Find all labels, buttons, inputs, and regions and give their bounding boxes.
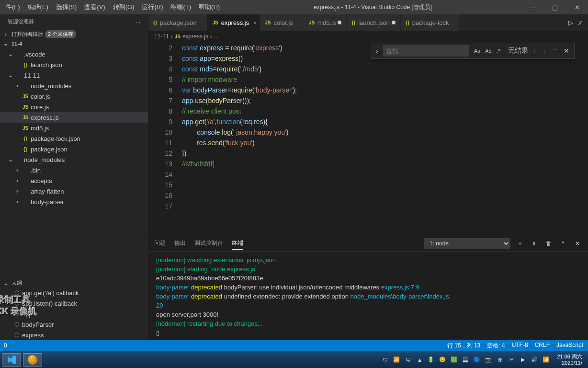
chevron-icon: › — [13, 167, 21, 173]
tree-item[interactable]: JScolor.js — [0, 91, 148, 102]
tree-item[interactable]: ›body-parser — [0, 196, 148, 207]
chevron-down-icon[interactable]: ⌄ — [2, 40, 10, 47]
breadcrumb-file[interactable]: express.js — [182, 33, 208, 40]
js-icon: JS — [21, 94, 30, 99]
editor-tab[interactable]: JScolor.js — [260, 14, 304, 31]
tray-icon[interactable]: 📶 — [392, 356, 401, 363]
app-taskbar-icon[interactable]: 😊 — [23, 353, 42, 367]
tray-icon[interactable]: 🛡 — [381, 357, 389, 363]
editor-tabs: {}package.jsonJSexpress.js×JScolor.jsJSm… — [148, 14, 588, 31]
outline-item[interactable]: ⬡express — [0, 330, 148, 340]
chevron-down-icon[interactable]: ⌄ — [2, 280, 10, 287]
breadcrumb-folder[interactable]: 11-11 — [154, 33, 169, 40]
find-input[interactable] — [383, 45, 469, 57]
more-icon[interactable]: ··· — [136, 19, 140, 25]
tree-item[interactable]: {}package.json — [0, 144, 148, 154]
tree-item[interactable]: JSexpress.js — [0, 112, 148, 123]
tree-item[interactable]: ›array-flatten — [0, 186, 148, 196]
tree-item[interactable]: ⌄node_modules — [0, 154, 148, 165]
menu-item[interactable]: 终端(T) — [167, 0, 195, 14]
panel-tab[interactable]: 终端 — [232, 237, 243, 250]
find-next-icon[interactable]: ↓ — [541, 47, 548, 55]
status-item[interactable]: 行 15，列 13 — [447, 342, 480, 350]
status-item[interactable]: CRLF — [535, 342, 550, 350]
status-item[interactable]: JavaScript — [556, 342, 583, 350]
tree-item[interactable]: JSmd5.js — [0, 123, 148, 133]
menu-item[interactable]: 运行(R) — [138, 0, 167, 14]
tray-icon[interactable]: 🔵 — [473, 356, 481, 363]
close-button[interactable]: ✕ — [566, 0, 588, 14]
tray-icon[interactable]: 📷 — [484, 356, 493, 363]
find-expand-icon[interactable]: › — [374, 45, 380, 57]
js-icon: JS — [21, 126, 30, 131]
minimap[interactable] — [578, 42, 588, 235]
root-folder[interactable]: 11-4 — [11, 41, 22, 46]
editor-tab[interactable]: {}package-lock — [401, 14, 460, 31]
menu-item[interactable]: 件(F) — [2, 0, 24, 14]
tray-icon[interactable]: 🟩 — [450, 356, 458, 363]
find-option[interactable]: Aa — [472, 47, 482, 55]
chevron-right-icon[interactable]: › — [2, 31, 10, 38]
code-editor[interactable]: 234567891011121314151617 const express =… — [148, 42, 588, 235]
editor-tab[interactable]: JSexpress.js× — [207, 14, 260, 31]
close-tab-icon[interactable]: × — [253, 19, 257, 26]
find-prev-icon[interactable]: ↑ — [531, 47, 538, 55]
menu-item[interactable]: 编辑(E) — [24, 0, 52, 14]
tray-icon[interactable]: 💻 — [461, 356, 470, 363]
editor-tab[interactable]: {}launch.json — [347, 14, 401, 31]
menu-item[interactable]: 选择(S) — [52, 0, 80, 14]
tray-icon[interactable]: 🔊 — [530, 356, 539, 363]
tree-item[interactable]: {}launch.json — [0, 59, 148, 70]
breadcrumb-more[interactable]: ... — [214, 33, 219, 40]
tray-icon[interactable]: ▲ — [415, 357, 424, 363]
panel-tab[interactable]: 问题 — [154, 237, 166, 249]
menu-item[interactable]: 转到(G) — [109, 0, 138, 14]
new-terminal-icon[interactable]: + — [515, 240, 525, 247]
open-editors-label[interactable]: 打开的编辑器 — [11, 31, 43, 38]
outline-label[interactable]: 大纲 — [11, 279, 22, 287]
tray-icon[interactable]: 🗑 — [496, 357, 504, 363]
status-right: 行 15，列 13空格: 4UTF-8CRLFJavaScript — [442, 342, 588, 350]
tray-icon[interactable]: ▶ — [519, 356, 527, 363]
kill-terminal-icon[interactable]: 🗑 — [544, 240, 554, 247]
menu-item[interactable]: 帮助(H) — [195, 0, 224, 14]
breadcrumb[interactable]: 11-11› JS express.js› ... — [148, 31, 588, 42]
maximize-panel-icon[interactable]: ^ — [558, 240, 568, 247]
menu-item[interactable]: 查看(V) — [80, 0, 109, 14]
status-item[interactable]: 空格: 4 — [487, 342, 505, 350]
tray-icon[interactable]: 🔋 — [427, 356, 435, 363]
tree-item[interactable]: ⌄.vscode — [0, 49, 148, 59]
status-left[interactable]: 0 — [0, 342, 11, 349]
close-panel-icon[interactable]: ✕ — [573, 240, 582, 247]
find-close-icon[interactable]: ✕ — [562, 45, 571, 57]
tree-item[interactable]: JScore.js — [0, 102, 148, 112]
run-icon[interactable]: ▷ — [568, 19, 573, 26]
editor-tab[interactable]: {}package.json — [148, 14, 207, 31]
tree-item[interactable]: {}package-lock.json — [0, 133, 148, 144]
split-terminal-icon[interactable]: ⫾ — [530, 240, 539, 247]
panel-tab[interactable]: 调试控制台 — [194, 237, 223, 249]
code-content[interactable]: const express = require('express')const … — [182, 42, 588, 235]
tray-icon[interactable]: 🗨 — [404, 357, 412, 363]
tree-item[interactable]: ›node_modules — [0, 80, 148, 91]
tray-icon[interactable]: 😊 — [438, 356, 447, 363]
terminal-select[interactable]: 1: node — [424, 238, 510, 249]
tray-icon[interactable]: ✂ — [507, 356, 516, 363]
split-icon[interactable]: ⫽ — [577, 19, 583, 26]
tree-item[interactable]: ›accepts — [0, 175, 148, 186]
panel-tab[interactable]: 输出 — [174, 237, 186, 249]
find-option[interactable]: .* — [495, 47, 502, 55]
terminal-output[interactable]: [nodemon] watching extensions: js,mjs,js… — [148, 252, 588, 340]
vscode-taskbar-icon[interactable] — [2, 353, 21, 367]
status-item[interactable]: UTF-8 — [512, 342, 528, 350]
find-selection-icon[interactable]: ≡ — [551, 47, 559, 55]
maximize-button[interactable]: ▢ — [544, 0, 566, 14]
tree-item[interactable]: ⌄11-11 — [0, 70, 148, 80]
taskbar-clock[interactable]: 21:06 周六 2020/11/ — [553, 354, 586, 366]
find-option[interactable]: Ab̲ — [483, 47, 494, 55]
editor-tab[interactable]: JSmd5.js — [304, 14, 347, 31]
minimize-button[interactable]: — — [522, 0, 544, 14]
outline-item[interactable]: ⬡bodyParser — [0, 319, 148, 330]
tree-item[interactable]: ›.bin — [0, 165, 148, 175]
tray-icon[interactable]: 📶 — [542, 356, 550, 363]
